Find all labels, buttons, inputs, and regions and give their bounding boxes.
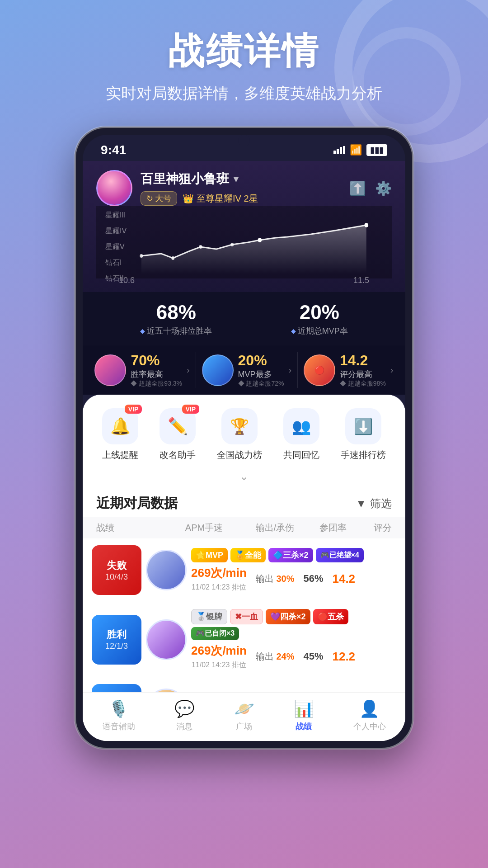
tool-speed-icon-wrap: ⬇️ [345,408,381,444]
profile-left: 百里神狙小鲁班 ▾ ↻ 大号 👑 至尊星耀IV 2星 [96,170,258,206]
hero-label-1: 胜率最高 [131,369,182,380]
tool-rank-label: 全国战力榜 [217,449,262,461]
edit-icon: ✏️ [168,417,188,436]
hero-sub-1: ◆ 超越全服93.3% [131,380,182,388]
hero-chevron-1: › [187,365,190,375]
col-apm-header: APM手速 [169,522,239,534]
down-icon: ⬇️ [354,417,373,435]
nav-profile-label: 个人中心 [353,721,386,732]
signal-icon [333,146,345,154]
rank-tag: 👑 至尊星耀IV 2星 [183,193,258,205]
nav-plaza[interactable]: 🪐 广场 [234,699,254,732]
nav-record-label: 战绩 [296,721,312,732]
chart-y-labels: 星耀III 星耀IV 星耀V 钻石I 钻石II [105,211,127,283]
stat-mvprate-value: 20% [291,301,348,324]
col-team-header: 参团率 [310,522,356,534]
promo-title: 战绩详情 [0,27,488,76]
tool-rename[interactable]: ✏️ VIP 改名助手 [160,408,196,461]
tool-memories-icon-wrap: 👥 [283,408,319,444]
tool-memories[interactable]: 👥 共同回忆 [283,408,319,461]
tag-solo-2: 🎮已自闭×3 [191,627,239,640]
phone-frame: 9:41 📶 ▮▮▮ [75,127,413,749]
match-result-text-1: 失败 [107,559,127,572]
profile-nav-icon: 👤 [359,699,380,718]
phone-mockup: 9:41 📶 ▮▮▮ [75,127,413,749]
score-value-2: 12.2 [332,650,355,664]
bell-icon: 🔔 [110,417,131,436]
tool-rename-label: 改名助手 [160,449,196,461]
nav-messages[interactable]: 💬 消息 [174,699,195,732]
tag-first-2: ✖一血 [230,609,263,624]
filter-icon: ▼ [356,497,366,510]
match-badge-victory-2: 胜利 12/1/3 [92,615,141,665]
nav-record[interactable]: 📊 战绩 [294,699,314,732]
match-row-1[interactable]: 失败 10/4/3 ⭐MVP 🏅全能 🔷三杀×2 🎮已绝望×4 [83,538,405,602]
profile-row: 百里神狙小鲁班 ▾ ↻ 大号 👑 至尊星耀IV 2星 [96,170,392,206]
section-title: 近期对局数据 [96,494,178,513]
nav-plaza-label: 广场 [236,721,252,732]
status-time: 9:41 [101,143,126,157]
stat-winrate-value: 68% [140,301,212,324]
hero-stats-2: 20% MVP最多 ◆ 超越全服72% [238,352,284,388]
battery-icon: ▮▮▮ [366,144,387,156]
tool-national-rank[interactable]: 🏆 全国战力榜 [217,408,262,461]
chart-label-4: 星耀IV [105,226,127,236]
nav-profile[interactable]: 👤 个人中心 [353,699,386,732]
tag-penta-2: 🔴五杀 [313,609,348,624]
match-hero-1 [146,550,187,590]
chart-x-end: 11.5 [353,276,369,285]
match-row-2[interactable]: 胜利 12/1/3 🥈银牌 ✖一血 💜四杀×2 🔴五杀 🎮已自闭×3 [83,602,405,677]
hero-label-3: 评分最高 [340,369,386,380]
chart-svg [110,211,378,274]
tag-triple-1: 🔷三杀×2 [268,548,313,562]
output-value-2: 输出 24% [256,651,295,663]
camera-notch [238,135,250,146]
profile-info: 百里神狙小鲁班 ▾ ↻ 大号 👑 至尊星耀IV 2星 [141,170,258,206]
hero-avatar-1 [94,354,126,386]
tool-rename-icon-wrap: ✏️ VIP [160,408,196,444]
hero-item-1[interactable]: 70% 胜率最高 ◆ 超越全服93.3% › [94,352,189,388]
hero-stats-1: 70% 胜率最高 ◆ 超越全服93.3% [131,352,182,388]
tool-speed-rank[interactable]: ⬇️ 手速排行榜 [341,408,386,461]
hero-item-3[interactable]: 🔴 14.2 评分最高 ◆ 超越全服98% › [304,352,394,388]
svg-marker-0 [141,225,366,274]
hero-rate-2: 20% [238,352,284,369]
hero-item-2[interactable]: 20% MVP最多 ◆ 超越全服72% › [202,352,292,388]
hero-sub-2: ◆ 超越全服72% [238,380,284,388]
time-value-1: 11/02 14:23 排位 [192,583,246,592]
hero-avatar-2 [202,354,234,386]
main-account-tag: ↻ 大号 [141,191,177,206]
stat-winrate: 68% ◆ 近五十场排位胜率 [140,301,212,336]
plaza-icon: 🪐 [234,699,254,718]
chart-label-2: 钻石I [105,258,127,268]
svg-point-2 [171,256,174,260]
team-value-2: 45% [303,651,323,662]
tag-gold-1: 🏅全能 [230,548,266,562]
time-value-2: 11/02 14:23 排位 [192,660,246,670]
profile-dropdown-icon[interactable]: ▾ [234,174,238,184]
chart-x-labels: 10.6 11.5 [110,276,378,285]
diamond-icon-2: ◆ [291,327,296,335]
hero-sub-3: ◆ 超越全服98% [340,380,386,388]
filter-button[interactable]: ▼ 筛选 [356,496,392,511]
tag-mvp-1: ⭐MVP [191,548,228,562]
nav-messages-label: 消息 [176,721,192,732]
stat-winrate-label: ◆ 近五十场排位胜率 [140,326,212,336]
hero-chevron-3: › [390,365,394,375]
tool-rank-icon-wrap: 🏆 [221,408,258,444]
share-icon[interactable]: ⬆️ [349,180,366,196]
phone-screen: 9:41 📶 ▮▮▮ [83,135,405,741]
tool-online-alert[interactable]: 🔔 VIP 上线提醒 [102,408,138,461]
user-avatar[interactable] [96,170,132,206]
svg-point-5 [258,238,262,242]
stat-mvprate: 20% ◆ 近期总MVP率 [291,301,348,336]
vip-badge-2: VIP [182,405,200,414]
expand-arrow[interactable]: ⌄ [83,466,405,485]
promo-subtitle: 实时对局数据详情，多维度英雄战力分析 [0,83,488,104]
trophy-icon: 🏆 [230,417,249,435]
profile-actions: ⬆️ ⚙️ [349,180,392,196]
nav-voice[interactable]: 🎙️ 语音辅助 [103,699,135,732]
profile-header: 百里神狙小鲁班 ▾ ↻ 大号 👑 至尊星耀IV 2星 [83,161,405,292]
settings-icon[interactable]: ⚙️ [375,180,392,196]
svg-point-6 [364,223,368,227]
